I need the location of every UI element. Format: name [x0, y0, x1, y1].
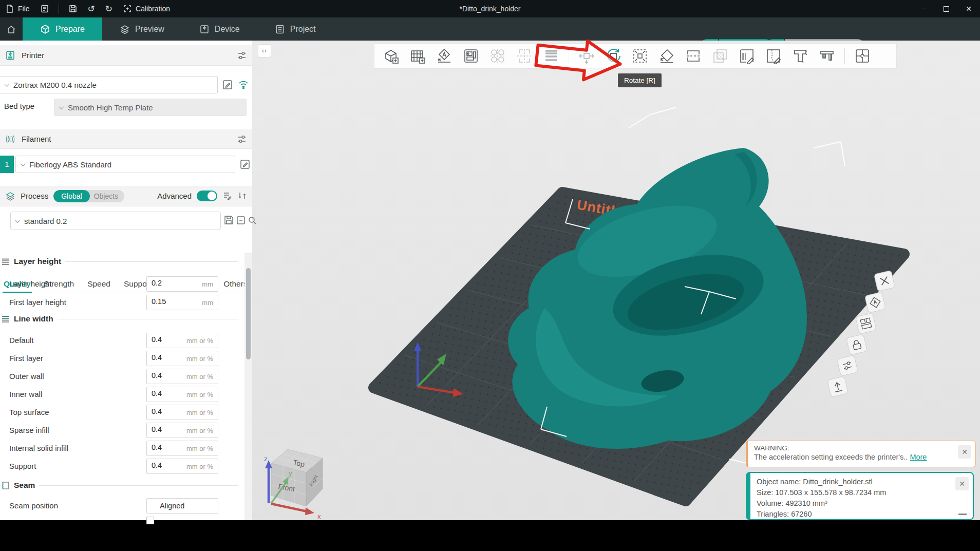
param-value-input[interactable]	[152, 297, 187, 306]
param-value-input[interactable]	[152, 443, 187, 451]
object-info-close-button[interactable]: ✕	[955, 477, 969, 490]
section-divider	[39, 485, 238, 486]
file-menu[interactable]: File	[0, 0, 35, 17]
param-value-input[interactable]	[152, 371, 187, 379]
seam-painting-button[interactable]	[764, 47, 783, 65]
lay-on-face-button[interactable]	[657, 47, 676, 65]
checkbox[interactable]	[146, 517, 154, 524]
param-field[interactable]: mm or %	[146, 441, 218, 456]
maximize-button[interactable]	[935, 0, 957, 17]
navigation-cube[interactable]: Top Front Right z y x	[259, 446, 347, 520]
bed-type-select[interactable]: Smooth High Temp Plate	[54, 99, 247, 116]
filament-edit-icon[interactable]	[239, 159, 251, 170]
param-value-input[interactable]	[152, 353, 187, 362]
calibration-menu[interactable]: Calibration	[118, 0, 175, 17]
param-field[interactable]: mm or %	[146, 351, 218, 366]
param-row: Internal solid infill mm or %	[0, 441, 241, 456]
warning-more-link[interactable]: More	[910, 453, 927, 461]
save-preset-icon[interactable]	[223, 215, 234, 225]
project-icon	[275, 24, 285, 34]
assembly-view-icon	[854, 48, 871, 64]
param-unit: mm or %	[186, 427, 213, 434]
filament-preset-value: Fiberlogy ABS Standard	[29, 160, 111, 169]
split-to-parts-icon	[516, 48, 533, 64]
arrange-button[interactable]	[462, 47, 480, 65]
minimize-button[interactable]: ─	[912, 0, 935, 17]
model-ditto-drink-holder[interactable]	[508, 148, 807, 449]
param-label: Layer height	[9, 279, 52, 288]
plate-orient-button	[865, 292, 886, 313]
tab-project[interactable]: Project	[257, 17, 333, 41]
add-object-button[interactable]	[382, 47, 400, 65]
auto-orient-button[interactable]	[435, 47, 454, 65]
param-value-input[interactable]	[152, 389, 187, 397]
scope-objects[interactable]: Objects	[90, 190, 124, 202]
tab-device[interactable]: Device	[182, 17, 257, 41]
text-tool-button[interactable]	[791, 47, 809, 65]
warning-close-button[interactable]: ✕	[958, 445, 971, 459]
param-value-input[interactable]	[152, 425, 187, 433]
tab-prepare[interactable]: Prepare	[23, 17, 102, 41]
param-field[interactable]: mm or %	[146, 405, 218, 420]
param-unit: mm or %	[186, 409, 213, 416]
param-field[interactable]: mm or %	[146, 423, 218, 438]
filament-slot-badge[interactable]: 1	[0, 156, 14, 173]
process-scope-toggle[interactable]: Global Objects	[53, 190, 124, 202]
param-field[interactable]: mm	[146, 276, 218, 292]
param-field[interactable]: mm or %	[146, 387, 218, 402]
split-to-objects-button[interactable]	[488, 47, 507, 65]
cut-button[interactable]	[684, 47, 703, 65]
param-field[interactable]: mm or %	[146, 459, 218, 474]
param-value-input[interactable]	[152, 279, 187, 287]
tab-preview[interactable]: Preview	[102, 17, 182, 41]
undo-button[interactable]: ↺	[83, 0, 100, 17]
param-unit: mm or %	[186, 337, 213, 345]
section-divider	[65, 261, 238, 262]
seam-section-header: Seam	[0, 481, 241, 490]
prepare-icon	[40, 24, 50, 34]
search-params-icon[interactable]	[247, 215, 257, 225]
filament-settings-icon[interactable]	[237, 134, 247, 144]
param-value-input[interactable]	[152, 335, 187, 344]
support-painting-button[interactable]	[738, 47, 756, 65]
printer-settings-icon[interactable]	[237, 50, 247, 61]
scope-global[interactable]: Global	[53, 190, 89, 202]
object-name: Object name: Ditto_drink_holder.stl	[757, 477, 967, 487]
split-to-parts-button[interactable]	[515, 47, 534, 65]
mesh-boolean-button[interactable]	[711, 47, 729, 65]
printer-preset-select[interactable]: Zortrax M200 0.4 nozzle	[0, 76, 218, 93]
save-button[interactable]	[63, 0, 83, 17]
filament-preset-select[interactable]: Fiberlogy ABS Standard	[15, 156, 235, 173]
arrange-icon	[463, 48, 479, 64]
line-width-section-title: Line width	[14, 314, 53, 324]
home-button[interactable]	[0, 17, 23, 41]
param-value-input[interactable]	[152, 407, 187, 415]
printer-edit-icon[interactable]	[222, 79, 233, 90]
add-plate-button[interactable]	[408, 47, 427, 65]
preset-list-icon[interactable]	[222, 191, 232, 201]
sidebar-collapse-button[interactable]: ‹›	[258, 44, 271, 58]
param-value-input[interactable]	[152, 461, 187, 469]
compare-presets-icon[interactable]	[237, 191, 247, 201]
seam-position-select[interactable]: Aligned	[146, 498, 218, 514]
close-button[interactable]: ✕	[957, 0, 980, 17]
param-field[interactable]: mm	[146, 295, 218, 310]
printer-connection-icon[interactable]	[237, 78, 250, 90]
sidebar-scrollbar-thumb[interactable]	[246, 268, 251, 359]
text-tool-icon	[792, 48, 808, 64]
object-info-collapse-button[interactable]	[958, 514, 967, 515]
advanced-toggle[interactable]	[197, 191, 217, 201]
param-row-partial	[0, 517, 241, 532]
process-preset-select[interactable]: standard 0.2	[10, 212, 221, 230]
scale-button[interactable]	[631, 47, 649, 65]
filament-icon	[5, 134, 15, 144]
param-field[interactable]: mm or %	[146, 369, 218, 384]
measure-button[interactable]	[818, 47, 836, 65]
param-label: Support	[9, 462, 36, 470]
redo-button[interactable]: ↻	[100, 0, 118, 17]
collapse-params-icon[interactable]	[236, 215, 246, 225]
param-label: Internal solid infill	[9, 444, 68, 452]
notes-button[interactable]	[35, 0, 54, 17]
param-field[interactable]: mm or %	[146, 333, 218, 348]
assembly-view-button[interactable]	[853, 47, 872, 65]
